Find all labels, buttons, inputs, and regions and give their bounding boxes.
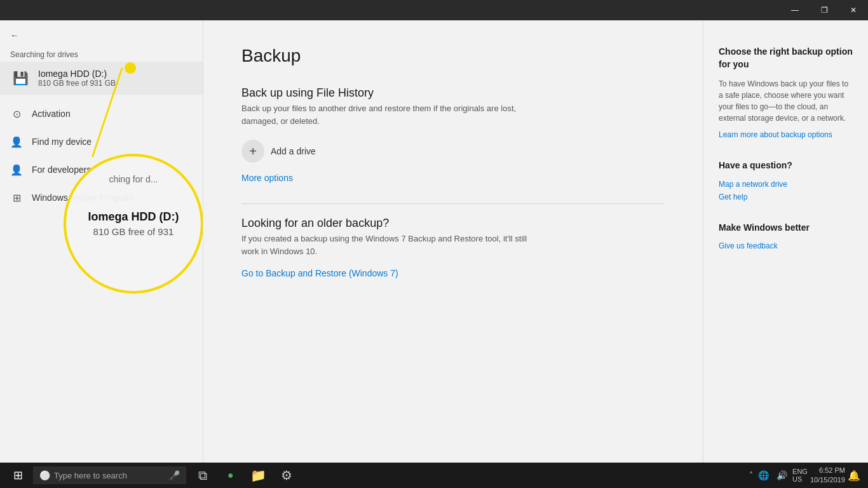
taskbar-search[interactable]: ⚪ Type here to search 🎤 [33,466,186,484]
drive-icon: 💾 [10,68,31,88]
network-icon[interactable]: 🌐 [756,470,771,480]
task-view-button[interactable]: ⧉ [189,463,217,488]
time-display: 6:52 PM [819,466,845,475]
settings-button[interactable]: ⚙ [273,463,301,488]
give-feedback-link[interactable]: Give us feedback [719,241,853,250]
taskbar-right: ˄ 🌐 🔊 ENGUS 6:52 PM 10/15/2019 🔔 [749,466,865,485]
page-title: Backup [241,46,665,66]
sidebar-label-activation: Activation [32,109,71,119]
right-backup-title: Choose the right backup option for you [719,46,853,71]
taskbar-search-text: Type here to search [54,471,127,480]
main-window: ← Searching for drives 💾 Iomega HDD (D:)… [0,20,868,463]
mic-icon[interactable]: 🎤 [169,470,180,480]
sidebar-item-insider[interactable]: ⊞ Windows Insider Program [0,184,203,212]
clock[interactable]: 6:52 PM 10/15/2019 [810,466,845,485]
plus-icon: + [241,140,264,163]
drive-item[interactable]: 💾 Iomega HDD (D:) 810 GB free of 931 GB [0,62,203,95]
sidebar-label-find-device: Find my device [32,137,92,147]
developers-icon: 👤 [10,163,23,176]
go-to-backup-link[interactable]: Go to Backup and Restore (Windows 7) [241,268,398,278]
titlebar: — ❐ ✕ [0,0,868,20]
file-history-desc: Back up your files to another drive and … [241,102,546,127]
chrome-button[interactable]: ● [217,463,245,488]
sidebar-nav: ⊙ Activation 👤 Find my device 👤 For deve… [0,95,203,463]
notification-icon[interactable]: 🔔 [848,470,860,482]
explorer-button[interactable]: 📁 [245,463,273,488]
start-button[interactable]: ⊞ [3,463,33,488]
right-make-better: Make Windows better Give us feedback [719,222,853,251]
main-content: Backup Back up using File History Back u… [203,20,703,463]
right-question-title: Have a question? [719,159,853,172]
sidebar-item-activation[interactable]: ⊙ Activation [0,100,203,128]
find-device-icon: 👤 [10,135,23,148]
search-icon: ⚪ [39,470,50,480]
minimize-button[interactable]: — [780,0,810,20]
taskbar: ⊞ ⚪ Type here to search 🎤 ⧉ ● 📁 ⚙ ˄ 🌐 🔊 … [0,463,868,488]
learn-more-link[interactable]: Learn more about backup options [719,130,853,139]
insider-icon: ⊞ [10,191,23,204]
back-arrow-icon: ← [10,30,18,40]
sidebar-label-insider: Windows Insider Program [32,193,133,203]
right-backup-desc: To have Windows back up your files to a … [719,78,853,124]
back-button[interactable]: ← [0,25,203,45]
older-backup-desc: If you created a backup using the Window… [241,233,546,257]
chevron-up-icon[interactable]: ˄ [749,471,753,480]
sidebar-label-developers: For developers [32,165,91,175]
maximize-button[interactable]: ❐ [810,0,839,20]
right-panel: Choose the right backup option for you T… [703,20,868,463]
file-history-title: Back up using File History [241,86,665,100]
drive-name: Iomega HDD (D:) [38,69,116,79]
taskbar-apps: ⧉ ● 📁 ⚙ [189,463,301,488]
right-better-title: Make Windows better [719,222,853,234]
searching-label: Searching for drives [0,45,203,62]
right-question: Have a question? Map a network drive Get… [719,159,853,201]
sidebar-item-developers[interactable]: 👤 For developers [0,156,203,184]
add-drive-button[interactable]: + Add a drive [241,137,665,165]
drive-space: 810 GB free of 931 GB [38,79,116,88]
get-help-link[interactable]: Get help [719,193,853,201]
map-network-link[interactable]: Map a network drive [719,180,853,189]
date-display: 10/15/2019 [810,475,845,485]
speaker-icon[interactable]: 🔊 [774,470,790,480]
more-options-link[interactable]: More options [241,173,665,183]
activation-icon: ⊙ [10,107,23,120]
add-drive-label: Add a drive [271,146,316,156]
sidebar-item-find-device[interactable]: 👤 Find my device [0,128,203,156]
section-divider [241,203,665,204]
language-indicator[interactable]: ENGUS [792,468,808,483]
sidebar: ← Searching for drives 💾 Iomega HDD (D:)… [0,20,203,463]
file-history-section: Back up using File History Back up your … [241,86,665,183]
close-button[interactable]: ✕ [839,0,868,20]
older-backup-section: Looking for an older backup? If you crea… [241,217,665,279]
older-backup-title: Looking for an older backup? [241,217,665,230]
drive-info: Iomega HDD (D:) 810 GB free of 931 GB [38,69,116,88]
right-choose-backup: Choose the right backup option for you T… [719,46,853,139]
